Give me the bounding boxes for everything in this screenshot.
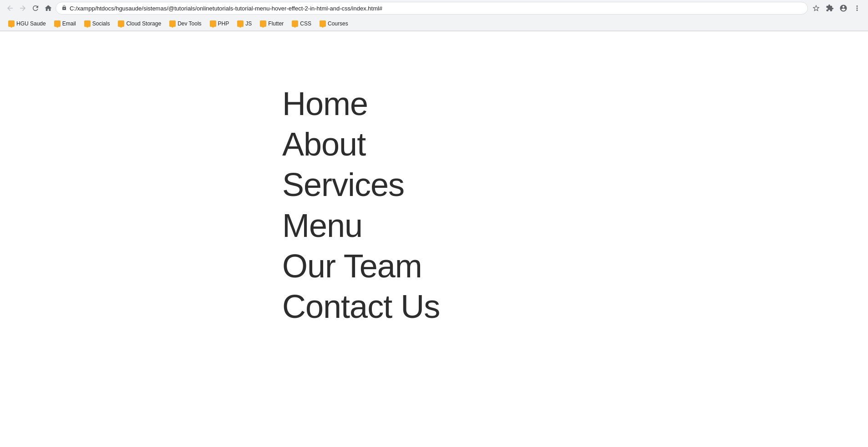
bookmark-label: Email [62, 20, 76, 27]
bookmark-folder-icon [84, 20, 91, 27]
nav-item-about[interactable]: About [282, 126, 440, 162]
bookmark-folder-icon [320, 20, 326, 27]
bookmark-dev-tools[interactable]: Dev Tools [166, 19, 205, 28]
bookmark-label: Cloud Storage [126, 20, 161, 27]
address-text: C:/xampp/htdocs/hgusaude/sistemas/@tutor… [70, 5, 802, 12]
forward-button[interactable] [17, 3, 28, 14]
bookmark-cloud-storage[interactable]: Cloud Storage [114, 19, 165, 28]
bookmark-folder-icon [292, 20, 298, 27]
nav-item-menu[interactable]: Menu [282, 208, 440, 244]
bookmark-label: CSS [300, 20, 311, 27]
menu-button[interactable] [851, 2, 863, 15]
back-button[interactable] [5, 3, 15, 14]
reload-button[interactable] [30, 3, 41, 14]
bookmark-star-button[interactable] [810, 2, 822, 15]
bookmark-socials[interactable]: Socials [81, 19, 114, 28]
bookmark-php[interactable]: PHP [206, 19, 233, 28]
bookmark-label: Dev Tools [178, 20, 201, 27]
nav-menu: Home About Services Menu Our Team Contac… [282, 86, 440, 325]
bookmark-folder-icon [210, 20, 216, 27]
extensions-button[interactable] [823, 2, 836, 15]
bookmark-label: HGU Saude [16, 20, 46, 27]
bookmark-folder-icon [54, 20, 61, 27]
bookmark-folder-icon [8, 20, 15, 27]
nav-item-services[interactable]: Services [282, 167, 440, 203]
bookmark-folder-icon [169, 20, 176, 27]
browser-toolbar: C:/xampp/htdocs/hgusaude/sistemas/@tutor… [0, 0, 868, 16]
bookmark-label: Flutter [268, 20, 284, 27]
bookmark-label: Courses [328, 20, 348, 27]
toolbar-right [810, 2, 863, 15]
home-button[interactable] [43, 3, 54, 14]
bookmark-courses[interactable]: Courses [316, 19, 352, 28]
bookmark-hgu-saude[interactable]: HGU Saude [5, 19, 50, 28]
bookmark-css[interactable]: CSS [288, 19, 315, 28]
bookmark-email[interactable]: Email [51, 19, 80, 28]
bookmark-folder-icon [237, 20, 244, 27]
bookmark-label: PHP [218, 20, 229, 27]
page-content: Home About Services Menu Our Team Contac… [0, 31, 868, 325]
bookmark-label: Socials [92, 20, 110, 27]
nav-item-contact-us[interactable]: Contact Us [282, 289, 440, 325]
profile-button[interactable] [837, 2, 850, 15]
bookmark-folder-icon [260, 20, 266, 27]
browser-chrome: C:/xampp/htdocs/hgusaude/sistemas/@tutor… [0, 0, 868, 31]
bookmark-js[interactable]: JS [233, 19, 255, 28]
nav-item-home[interactable]: Home [282, 86, 440, 122]
bookmark-label: JS [245, 20, 252, 27]
address-bar[interactable]: C:/xampp/htdocs/hgusaude/sistemas/@tutor… [56, 2, 808, 15]
bookmark-folder-icon [118, 20, 124, 27]
bookmark-flutter[interactable]: Flutter [256, 19, 287, 28]
address-lock-icon [61, 5, 67, 12]
bookmarks-bar: HGU Saude Email Socials Cloud Storage De… [0, 16, 868, 31]
nav-item-our-team[interactable]: Our Team [282, 248, 440, 284]
